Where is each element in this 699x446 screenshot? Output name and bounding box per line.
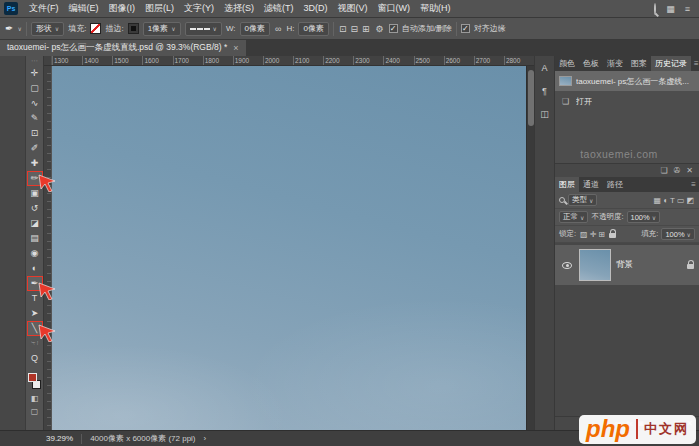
panel-tab[interactable]: 图案 <box>627 56 651 71</box>
healing-brush-tool[interactable]: ✚ <box>27 156 43 171</box>
status-chevron-icon[interactable]: › <box>204 434 207 443</box>
panel-tab[interactable]: 通道 <box>579 177 603 192</box>
layer-filter-select[interactable]: 类型 ∨ <box>568 194 597 206</box>
filter-type-layers-icon[interactable]: T <box>669 196 676 205</box>
document-image[interactable] <box>52 66 526 430</box>
filter-smart-objects-icon[interactable]: ◩ <box>685 196 695 205</box>
width-input[interactable]: 0像素 <box>240 22 270 36</box>
link-dimensions-icon[interactable]: ∞ <box>274 24 282 34</box>
foreground-color-swatch[interactable] <box>28 373 37 382</box>
menu-item[interactable]: 选择(S) <box>219 0 259 17</box>
menu-item[interactable]: 帮助(H) <box>415 0 456 17</box>
ruler-label: 1600 <box>142 56 172 65</box>
align-edges-checkbox[interactable]: ✓ <box>461 24 470 33</box>
menu-item[interactable]: 滤镜(T) <box>259 0 299 17</box>
properties-panel-icon[interactable]: ◫ <box>537 107 552 121</box>
fill-input[interactable]: 100% ∨ <box>661 228 695 240</box>
filter-adjustment-layers-icon[interactable]: ◐ <box>662 196 669 205</box>
filter-pixel-layers-icon[interactable]: ▦ <box>653 196 663 205</box>
ruler-label: 1800 <box>203 56 233 65</box>
stroke-width-select[interactable]: 1像素 ∨ <box>143 22 181 36</box>
chevron-down-icon: ∨ <box>652 214 656 221</box>
new-document-from-state-icon[interactable]: ❏ <box>660 166 667 175</box>
screen-mode-icon[interactable]: ▢ <box>31 405 39 418</box>
chevron-down-icon: ∨ <box>687 231 691 238</box>
panel-menu-icon[interactable]: ≡ <box>691 56 699 71</box>
panel-tab[interactable]: 渐变 <box>603 56 627 71</box>
lock-all-icon[interactable] <box>609 233 616 238</box>
path-operations-icon[interactable]: ⊡ <box>338 24 348 34</box>
layer-name[interactable]: 背景 <box>616 259 682 271</box>
tool-icon: Q <box>31 351 38 366</box>
eyedropper-tool[interactable]: ✐ <box>27 141 43 156</box>
auto-add-delete-checkbox[interactable]: ✓ <box>389 24 398 33</box>
delete-state-icon[interactable]: ✕ <box>686 166 693 175</box>
dodge-tool[interactable]: ◐ <box>27 261 43 276</box>
lock-row: 锁定: ▨✛⊞ 填充: 100% ∨ <box>555 226 699 243</box>
panel-tab[interactable]: 图层 <box>555 177 579 192</box>
path-arrange-icon[interactable]: ⊞ <box>361 24 371 34</box>
gradient-tool[interactable]: ▤ <box>27 231 43 246</box>
geometry-options-gear-icon[interactable]: ⚙ <box>375 24 385 34</box>
vertical-scrollbar[interactable] <box>526 66 534 430</box>
opacity-value: 100% <box>631 213 650 222</box>
filter-shape-layers-icon[interactable]: ▭ <box>676 196 686 205</box>
color-swatches[interactable] <box>27 372 43 392</box>
panel-tab[interactable]: 色板 <box>579 56 603 71</box>
search-icon[interactable] <box>649 4 661 14</box>
menu-item[interactable]: 3D(D) <box>299 0 333 17</box>
lock-artboard-icon[interactable]: ⊞ <box>597 230 606 239</box>
tool-mode-select[interactable]: 形状 ∨ <box>31 22 64 36</box>
new-snapshot-icon[interactable]: ✇ <box>674 166 681 175</box>
history-snapshot-row[interactable]: taoxuemei- ps怎么画一条虚线... <box>555 71 699 91</box>
quick-select-tool[interactable]: ✎ <box>27 111 43 126</box>
fill-swatch[interactable] <box>90 23 101 34</box>
height-input[interactable]: 0像素 <box>298 22 328 36</box>
panel-tab[interactable]: 历史记录 <box>651 56 691 71</box>
menu-item[interactable]: 编辑(E) <box>64 0 104 17</box>
layer-thumbnail[interactable] <box>579 249 611 281</box>
blend-mode-select[interactable]: 正常 ∨ <box>559 211 588 223</box>
opacity-input[interactable]: 100% ∨ <box>627 211 661 223</box>
background-layer-row[interactable]: 背景 <box>555 245 699 285</box>
tool-icon: ✛ <box>31 66 39 81</box>
move-tool[interactable]: ✛ <box>27 66 43 81</box>
menu-item[interactable]: 文字(Y) <box>179 0 219 17</box>
ruler-label: 2300 <box>353 56 383 65</box>
character-panel-icon[interactable]: A <box>537 61 552 75</box>
close-icon[interactable]: × <box>233 43 238 53</box>
zoom-level[interactable]: 39.29% <box>46 434 73 443</box>
marquee-tool[interactable]: ▢ <box>27 81 43 96</box>
crop-tool[interactable]: ⊡ <box>27 126 43 141</box>
ruler-corner[interactable] <box>44 56 52 65</box>
menu-item[interactable]: 图层(L) <box>140 0 179 17</box>
blur-tool[interactable]: ◉ <box>27 246 43 261</box>
panel-tab[interactable]: 颜色 <box>555 56 579 71</box>
stroke-type-select[interactable]: ∨ <box>185 22 222 36</box>
stroke-swatch[interactable] <box>128 23 139 34</box>
panel-tab[interactable]: 路径 <box>603 177 627 192</box>
panel-menu-icon[interactable]: ≡ <box>688 177 699 192</box>
lock-transparent-icon[interactable]: ▨ <box>579 230 589 239</box>
document-tab[interactable]: taoxuemei- ps怎么画一条虚线直线.psd @ 39.3%(RGB/8… <box>0 40 246 56</box>
workspace-icon[interactable]: ▦ <box>661 4 680 14</box>
menu-item[interactable]: 视图(V) <box>333 0 373 17</box>
path-align-icon[interactable]: ⊟ <box>349 24 359 34</box>
menu-item[interactable]: 文件(F) <box>24 0 64 17</box>
scrollbar-thumb[interactable] <box>528 70 534 126</box>
history-state-row[interactable]: ❏ 打开 <box>555 91 699 111</box>
paragraph-panel-icon[interactable]: ¶ <box>537 84 552 98</box>
menu-item[interactable]: 窗口(W) <box>373 0 416 17</box>
quick-mask-icon[interactable]: ◧ <box>31 392 39 405</box>
layer-visibility-toggle[interactable] <box>560 262 574 269</box>
lock-position-icon[interactable]: ✛ <box>589 230 598 239</box>
pen-tool-preset-icon[interactable]: ✒ <box>5 23 13 34</box>
path-select-tool[interactable]: ➤ <box>27 306 43 321</box>
app-menu-icon[interactable]: ≡ <box>680 4 695 14</box>
eraser-tool[interactable]: ◪ <box>27 216 43 231</box>
menu-item[interactable]: 图像(I) <box>104 0 141 17</box>
edit-toolbar-icon[interactable]: ⋯ <box>31 56 38 66</box>
lasso-tool[interactable]: ∿ <box>27 96 43 111</box>
history-brush-tool[interactable]: ↺ <box>27 201 43 216</box>
zoom-tool[interactable]: Q <box>27 351 43 366</box>
